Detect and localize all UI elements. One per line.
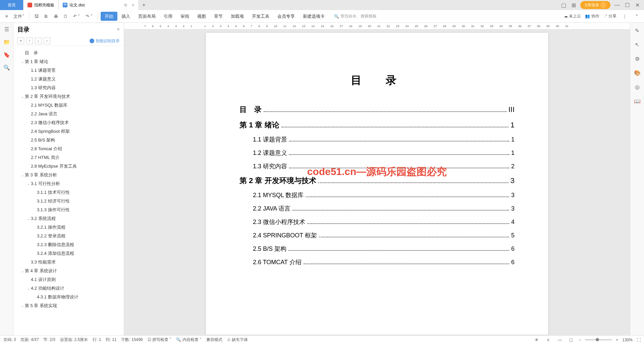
minimize-icon[interactable]: — [614, 2, 621, 8]
status-section[interactable]: 节: 2/3 [43, 337, 55, 343]
collapse-icon[interactable]: ⌃ [633, 12, 641, 20]
outline-item[interactable]: 2.2 Java 语言 [13, 110, 124, 118]
redo-icon[interactable]: ↷ ˅ [84, 12, 95, 20]
pencil-icon[interactable]: ✎ [634, 27, 641, 34]
zoom-in-icon[interactable]: + [616, 338, 618, 342]
outline-item[interactable]: 2.7 HTML 简介 [13, 153, 124, 162]
outline-item[interactable]: 3.1.3 操作可行性 [13, 206, 124, 214]
status-row[interactable]: 行: 1 [93, 337, 101, 343]
ribbon-tab-3[interactable]: 引用 [160, 12, 176, 21]
save-icon[interactable]: 🖫 [32, 12, 41, 20]
outline-item[interactable]: 1.1 课题背景 [13, 66, 124, 75]
chevron-down-icon[interactable]: ⌵ [20, 173, 25, 177]
outline-item[interactable]: ⌵3.2 系统流程 [13, 214, 124, 223]
toc-line[interactable]: 1.3 研究内容2 [239, 162, 515, 170]
toc-line[interactable]: 2.2 JAVA 语言3 [239, 205, 515, 213]
popout-icon[interactable]: ⧉ [124, 3, 127, 7]
maximize-icon[interactable]: ☐ [624, 2, 631, 8]
chevron-down-icon[interactable]: ⌵ [20, 95, 25, 99]
outline-item[interactable]: 1.2 课题意义 [13, 75, 124, 83]
outline-item[interactable]: 2.1 MYSQL 数据库 [13, 101, 124, 110]
cloud-button[interactable]: ☁ 未上云 [564, 13, 581, 19]
bookmark-icon[interactable]: 🔖 [3, 51, 10, 58]
ribbon-tab-10[interactable]: 新建选项卡 [299, 12, 329, 21]
folder-icon[interactable]: 📁 [3, 38, 10, 46]
outline-item[interactable]: ⌵第 4 章 系统设计 [13, 267, 124, 275]
target-icon[interactable]: ◎ [634, 83, 641, 91]
status-page-no[interactable]: 页码: 3 [3, 337, 16, 343]
view-book-icon[interactable]: ▭ [556, 336, 563, 344]
outline-smart-button[interactable]: 智能识别目录 [90, 38, 120, 44]
outline-item[interactable]: ⌵4.2 功能结构设计 [13, 284, 124, 293]
ribbon-tab-1[interactable]: 插入 [117, 12, 134, 21]
view-web-icon[interactable]: ▢ [567, 336, 575, 344]
zoom-value[interactable]: 130% [622, 338, 633, 342]
outline-item[interactable]: 3.1.2 经济可行性 [13, 197, 124, 206]
outline-item[interactable]: ⌵第 3 章 系统分析 [13, 171, 124, 179]
status-setting[interactable]: 设置值: 2.5厘米 [60, 337, 88, 343]
ribbon-tab-0[interactable]: 开始 [101, 12, 117, 21]
ruler[interactable]: 7654321123456789101112131415161718192021… [124, 23, 630, 30]
outline-tool-down[interactable]: ↓ [35, 38, 42, 44]
document-area[interactable]: 7654321123456789101112131415161718192021… [124, 23, 630, 335]
outline-item[interactable]: ⌵第 5 章 系统实现 [13, 301, 124, 310]
chevron-down-icon[interactable]: ⌵ [20, 60, 25, 64]
toc-line[interactable]: 2.5 B/S 架构6 [239, 245, 515, 253]
outline-icon[interactable]: ☰ [3, 25, 10, 33]
status-compat[interactable]: 兼容模式 [206, 337, 222, 343]
toc-line[interactable]: 2.3 微信小程序技术4 [239, 218, 515, 226]
file-menu[interactable]: 文件 ˅ [11, 12, 26, 21]
undo-icon[interactable]: ↶ ˅ [71, 12, 83, 20]
collab-button[interactable]: 👥 协作 [585, 13, 599, 19]
read-icon[interactable]: 📖 [634, 97, 641, 105]
fit-icon[interactable]: ⛶ [637, 338, 641, 342]
outline-item[interactable]: 3.3 性能需求 [13, 258, 124, 267]
layout-icon[interactable]: ▢ [560, 2, 567, 8]
outline-item[interactable]: ⌵第 1 章 绪论 [13, 57, 124, 66]
ribbon-tab-7[interactable]: 加载项 [227, 12, 248, 21]
outline-item[interactable]: 3.1.1 技术可行性 [13, 188, 124, 197]
outline-item[interactable]: 2.8 MyEclipse 开发工具 [13, 162, 124, 171]
tab-home[interactable]: 首页 [0, 0, 23, 10]
print-icon[interactable]: 🖶 [52, 12, 60, 20]
toc-line[interactable]: 1.2 课题意义1 [239, 149, 515, 157]
chevron-down-icon[interactable]: ⌵ [20, 269, 25, 273]
outline-item[interactable]: 3.2.3 删除信息流程 [13, 240, 124, 249]
toc-line[interactable]: 2.4 SPRINGBOOT 框架5 [239, 231, 515, 239]
zoom-out-icon[interactable]: − [579, 338, 581, 342]
outline-tool-add[interactable]: + [17, 38, 24, 44]
ribbon-tab-2[interactable]: 页面布局 [134, 12, 160, 21]
outline-close-icon[interactable]: × [117, 26, 120, 33]
settings-icon[interactable]: ⚙ [634, 55, 641, 62]
outline-item[interactable]: 3.2.1 操作流程 [13, 223, 124, 232]
window-close-icon[interactable]: ✕ [634, 2, 641, 8]
share-button[interactable]: ↗ 分享 [603, 13, 616, 19]
toc-line[interactable]: 1.1 课题背景1 [239, 135, 515, 144]
apps-icon[interactable]: ⊞ [570, 2, 577, 8]
outline-item[interactable]: 4.1 设计原则 [13, 275, 124, 284]
chevron-down-icon[interactable]: ⌵ [26, 182, 31, 186]
outline-item[interactable]: 3.2.2 登录流程 [13, 232, 124, 240]
login-button[interactable]: 立即登录 [580, 1, 610, 9]
cursor-icon[interactable]: ↖ [634, 41, 641, 48]
outline-item[interactable]: 1.3 研究内容 [13, 83, 124, 92]
chevron-down-icon[interactable]: ⌵ [26, 287, 31, 290]
tab-template[interactable]: 找稻壳模板 [23, 0, 59, 10]
tab-document[interactable]: 论文.doc ⧉ × [59, 0, 139, 10]
status-col[interactable]: 列: 11 [106, 337, 116, 343]
outline-item[interactable]: 2.5 B/S 架构 [13, 136, 124, 145]
view-eye-icon[interactable]: 👁 [533, 336, 540, 344]
save-as-icon[interactable]: 🗎 [42, 12, 50, 20]
view-page-icon[interactable]: ≡ [544, 336, 552, 344]
outline-tool-remove[interactable]: − [44, 38, 50, 44]
ribbon-tab-8[interactable]: 开发工具 [248, 12, 273, 21]
outline-item[interactable]: 2.4 SpringBoot 框架 [13, 127, 124, 136]
status-page[interactable]: 页面: 4/37 [20, 337, 39, 343]
toc-line[interactable]: 第 2 章 开发环境与技术3 [239, 176, 515, 186]
zoom-slider[interactable] [585, 339, 612, 340]
toc-line[interactable]: 目 录III [239, 105, 515, 115]
outline-item[interactable]: 2.3 微信小程序技术 [13, 118, 124, 127]
menu-icon[interactable]: ≡ [3, 12, 10, 20]
style-icon[interactable]: 🎨 [634, 69, 641, 76]
search-rail-icon[interactable]: 🔍 [3, 64, 10, 71]
